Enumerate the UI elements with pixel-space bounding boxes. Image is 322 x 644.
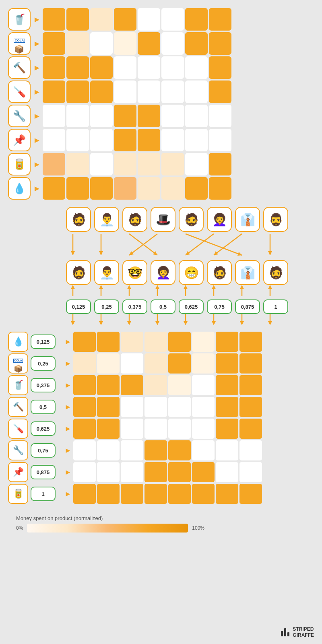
top-cell-3-0 (43, 80, 65, 103)
bottom-row-icon-2: 🥤 (8, 375, 28, 395)
bottom-cell-7-7 (239, 484, 262, 504)
bottom-matrix-row-0: 💧0,125► (8, 332, 262, 352)
top-cell-4-7 (209, 105, 231, 127)
top-cell-0-2 (90, 8, 113, 31)
bottom-row-cells-6 (73, 462, 262, 482)
top-row-cells-3 (43, 80, 231, 103)
logo-text: STRIPEDGIRAFFE (293, 626, 314, 638)
top-cell-1-7 (209, 32, 231, 55)
top-row-icon-3: 🪛 (8, 80, 31, 103)
bottom-row-cells-7 (73, 484, 262, 504)
persons-bottom-row: 🧔👨‍💼🤓👩‍🦱😁🧔👔‍🧔‍ (66, 260, 288, 285)
bottom-cell-1-6 (216, 353, 238, 374)
bottom-row-left-4: 🪛0,625 (8, 419, 64, 439)
person-top-5: 👩‍🦱 (207, 207, 232, 232)
top-cell-5-6 (185, 129, 208, 151)
person-bottom-4: 😁 (179, 260, 204, 285)
bottom-row-left-5: 🔧0,75 (8, 440, 64, 460)
bottom-row-icon-5: 🔧 (8, 440, 28, 460)
bottom-badge-1: 0,25 (31, 356, 56, 371)
top-cell-6-6 (185, 153, 208, 175)
top-row-arrow-1: ► (33, 39, 41, 48)
top-cell-3-7 (209, 80, 231, 103)
persons-top-row: 🧔👨‍💼🧔🎩🧔👩‍🦱👔🧔‍♂️ (66, 207, 288, 232)
bottom-cell-4-1 (97, 419, 120, 439)
top-cell-0-3 (114, 8, 136, 31)
bottom-row-left-2: 🥤0,375 (8, 375, 64, 395)
svg-marker-25 (184, 285, 188, 289)
bottom-cell-6-6 (216, 462, 238, 482)
top-cell-6-1 (66, 153, 89, 175)
legend-label: Money spent on product (normalized) (16, 515, 314, 521)
bottom-matrix-row-4: 🪛0,625► (8, 419, 262, 439)
bottom-cell-6-2 (121, 462, 143, 482)
bottom-cell-7-1 (97, 484, 120, 504)
top-row-icon-4: 🔧 (8, 105, 31, 127)
bottom-cell-0-4 (168, 332, 191, 352)
svg-marker-37 (127, 321, 131, 325)
bottom-matrix-row-5: 🔧0,75► (8, 440, 262, 460)
bottom-row-arrow-3: ► (64, 403, 72, 411)
bottom-cell-0-3 (144, 332, 167, 352)
rank-badge-4: 0,625 (179, 299, 204, 314)
top-cell-4-3 (114, 105, 136, 127)
top-cell-1-6 (185, 32, 208, 55)
bottom-cell-3-3 (144, 397, 167, 417)
svg-marker-47 (268, 321, 272, 325)
logo-bars-icon (281, 628, 289, 636)
bottom-cell-3-1 (97, 397, 120, 417)
bottom-row-icon-0: 💧 (8, 332, 28, 352)
top-cell-0-4 (138, 8, 160, 31)
top-cell-3-4 (138, 80, 160, 103)
top-matrix-row-2: 🔨► (8, 56, 231, 79)
top-cell-4-4 (138, 105, 160, 127)
top-cell-0-7 (209, 8, 231, 31)
bottom-row-cells-5 (73, 440, 262, 460)
svg-marker-15 (268, 251, 272, 255)
bottom-badge-7: 1 (31, 487, 56, 501)
bottom-cell-3-7 (239, 397, 262, 417)
bottom-cell-0-1 (97, 332, 120, 352)
bottom-cell-6-1 (97, 462, 120, 482)
rank-badge-7: 1 (263, 299, 288, 314)
bottom-badge-5: 0,75 (31, 443, 56, 458)
svg-marker-3 (99, 251, 103, 255)
top-row-icon-6: 🥫 (8, 153, 31, 175)
value-badges-row: 0,1250,250,3750,50,6250,750,8751 (66, 299, 288, 314)
bottom-cell-7-4 (168, 484, 191, 504)
svg-line-10 (186, 234, 214, 255)
top-cell-2-4 (138, 56, 160, 79)
bottom-matrix-row-3: 🔨0,5► (8, 397, 262, 417)
arrows-svg (60, 232, 294, 260)
bottom-cell-4-5 (192, 419, 215, 439)
top-row-cells-7 (43, 177, 231, 200)
top-cell-7-0 (43, 177, 65, 200)
top-cell-2-1 (66, 56, 89, 79)
top-row-icon-5: 📌 (8, 129, 31, 151)
top-cell-6-7 (209, 153, 231, 175)
top-cell-4-5 (161, 105, 184, 127)
bottom-row-icon-4: 🪛 (8, 419, 28, 439)
bottom-cell-2-2 (121, 375, 143, 395)
top-cell-5-3 (114, 129, 136, 151)
top-cell-3-5 (161, 80, 184, 103)
top-cell-3-6 (185, 80, 208, 103)
svg-marker-23 (155, 285, 159, 289)
bottom-cell-3-2 (121, 397, 143, 417)
person-bottom-0: 🧔 (66, 260, 91, 285)
bottom-cell-6-7 (239, 462, 262, 482)
person-top-7: 🧔‍♂️ (263, 207, 288, 232)
top-cell-1-5 (161, 32, 184, 55)
top-cell-0-6 (185, 8, 208, 31)
person-bottom-2: 🤓 (122, 260, 147, 285)
person-bottom-7: 🧔‍ (263, 260, 288, 285)
top-cell-4-2 (90, 105, 113, 127)
top-cell-5-2 (90, 129, 113, 151)
top-matrix-row-6: 🥫► (8, 153, 231, 175)
svg-marker-19 (99, 285, 103, 289)
svg-marker-45 (240, 321, 244, 325)
bottom-row-arrow-6: ► (64, 468, 72, 477)
bottom-cell-2-6 (216, 375, 238, 395)
person-top-0: 🧔 (66, 207, 91, 232)
top-matrix-row-4: 🔧► (8, 105, 231, 127)
